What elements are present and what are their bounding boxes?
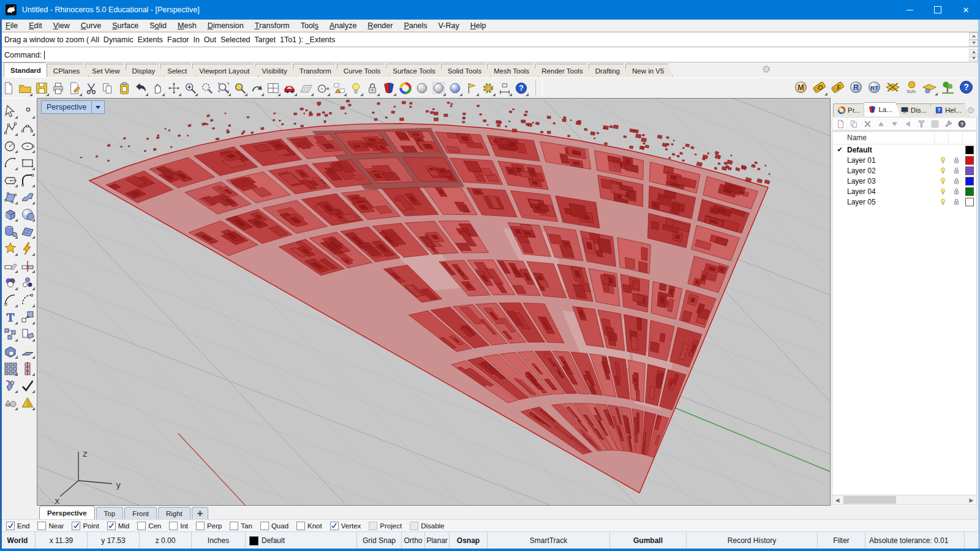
checkbox[interactable] xyxy=(107,522,116,530)
layer-color-swatch[interactable] xyxy=(963,177,976,186)
status-osnap[interactable]: Osnap xyxy=(450,532,488,549)
paste-icon[interactable] xyxy=(116,80,132,97)
status-world[interactable]: World xyxy=(0,532,36,549)
add-viewport-tab-button[interactable]: ✚ xyxy=(192,507,209,519)
menu-transform[interactable]: Transform xyxy=(249,20,295,31)
viewport-title-menu[interactable]: Perspective xyxy=(41,100,105,114)
cplane-icon[interactable] xyxy=(298,80,314,97)
rendered-display-icon[interactable] xyxy=(397,80,413,97)
cut-icon[interactable] xyxy=(83,80,99,97)
layer-lock-icon[interactable] xyxy=(949,198,963,206)
menu-view[interactable]: View xyxy=(48,20,75,31)
osnap-disable[interactable]: Disable xyxy=(410,522,444,530)
osnap-near[interactable]: Near xyxy=(37,522,64,530)
render-icon[interactable] xyxy=(447,80,463,97)
layer-visibility-bulb-icon[interactable] xyxy=(936,177,949,185)
close-button[interactable]: ✕ xyxy=(952,0,980,20)
layer-name[interactable]: Layer 05 xyxy=(847,198,936,206)
toolbar-tab-viewport-layout[interactable]: Viewport Layout xyxy=(192,64,258,77)
layer-visibility-bulb-icon[interactable] xyxy=(936,187,949,195)
vray-vegetation-icon[interactable] xyxy=(938,78,957,96)
status-ortho[interactable]: Ortho xyxy=(402,532,425,549)
toolbar-tab-cplanes[interactable]: CPlanes xyxy=(47,64,89,77)
viewport-tab-perspective[interactable]: Perspective xyxy=(39,506,95,519)
scroll-right-icon[interactable]: ▶ xyxy=(967,495,976,504)
status-planar[interactable]: Planar xyxy=(425,532,450,549)
circle-icon[interactable] xyxy=(2,138,18,154)
vray-object-props-icon[interactable]: O xyxy=(810,78,828,96)
toolbar-tab-set-view[interactable]: Set View xyxy=(85,64,129,77)
layer-row[interactable]: Layer 04 xyxy=(832,186,976,197)
command-input[interactable]: Command: xyxy=(0,48,979,62)
viewport-tab-top[interactable]: Top xyxy=(96,507,124,519)
checkbox[interactable] xyxy=(369,522,377,530)
options-gear-icon[interactable] xyxy=(480,80,496,97)
toolbar-tab-surface-tools[interactable]: Surface Tools xyxy=(386,64,444,77)
layer-row[interactable]: Layer 05 xyxy=(832,197,976,207)
status-smarttrack[interactable]: SmartTrack xyxy=(488,532,610,549)
layer-name[interactable]: Default xyxy=(847,146,936,154)
scroll-left-icon[interactable]: ◀ xyxy=(832,495,842,504)
toolbar-tab-visibility[interactable]: Visibility xyxy=(255,64,296,77)
toolbar-tab-transform[interactable]: Transform xyxy=(293,64,341,77)
zoom-back-icon[interactable] xyxy=(248,80,265,97)
undo-icon[interactable] xyxy=(132,80,149,97)
menu-solid[interactable]: Solid xyxy=(144,20,172,31)
columns-icon[interactable] xyxy=(929,118,940,129)
menu-file[interactable]: File xyxy=(0,20,23,31)
sphere-icon[interactable] xyxy=(20,206,36,222)
help-icon[interactable]: ? xyxy=(513,80,529,97)
continuity-icon[interactable] xyxy=(20,292,36,308)
move-left-icon[interactable] xyxy=(902,118,913,129)
arc-icon[interactable] xyxy=(2,155,18,171)
vray-help-icon[interactable]: ? xyxy=(957,78,975,96)
layer-row[interactable]: Layer 03 xyxy=(832,176,976,186)
fillet-corner-icon[interactable] xyxy=(20,172,36,188)
explode-icon[interactable] xyxy=(2,241,18,257)
status-grid-snap[interactable]: Grid Snap xyxy=(357,532,402,549)
layer-color-swatch[interactable] xyxy=(963,167,976,175)
command-history[interactable]: Drag a window to zoom ( All Dynamic Exte… xyxy=(0,32,979,47)
cylinder-icon[interactable] xyxy=(2,223,18,239)
boolean-union-icon[interactable] xyxy=(2,343,18,359)
flag-icon[interactable] xyxy=(463,80,480,97)
osnap-point[interactable]: Point xyxy=(72,522,99,530)
viewport-layout-icon[interactable] xyxy=(265,80,281,97)
toolbar-tab-curve-tools[interactable]: Curve Tools xyxy=(337,64,390,77)
duplicate-layer-icon[interactable] xyxy=(848,118,859,129)
osnap-tan[interactable]: Tan xyxy=(230,522,252,530)
filter-icon[interactable] xyxy=(916,118,927,129)
open-file-icon[interactable] xyxy=(17,80,33,97)
orient-icon[interactable] xyxy=(20,326,36,342)
menu-surface[interactable]: Surface xyxy=(107,20,144,31)
viewport-tab-right[interactable]: Right xyxy=(158,507,190,519)
zoom-in-icon[interactable] xyxy=(182,80,198,97)
layer-visibility-bulb-icon[interactable] xyxy=(936,167,949,174)
layer-row[interactable]: Layer 01 xyxy=(832,155,976,165)
rotate-view-icon[interactable] xyxy=(165,80,182,97)
panel-help-icon[interactable]: ? xyxy=(956,118,967,129)
pointer-icon[interactable] xyxy=(2,103,18,119)
osnap-int[interactable]: Int xyxy=(169,522,188,530)
scroll-down-icon[interactable] xyxy=(969,40,978,47)
status-absolute-tolerance-0-01[interactable]: Absolute tolerance: 0.01 xyxy=(865,532,965,549)
layer-color-swatch[interactable] xyxy=(963,198,976,206)
scale-icon[interactable] xyxy=(20,309,36,325)
osnap-vertex[interactable]: Vertex xyxy=(330,522,361,530)
osnap-knot[interactable]: Knot xyxy=(296,522,322,530)
viewport-canvas[interactable]: zxy Perspective xyxy=(37,98,831,506)
vray-render-icon[interactable]: R xyxy=(846,78,865,96)
osnap-mid[interactable]: Mid xyxy=(107,522,130,530)
pyramid-icon[interactable] xyxy=(20,395,36,411)
vray-sun-icon[interactable]: SUN xyxy=(902,78,920,96)
osnap-quad[interactable]: Quad xyxy=(260,522,288,530)
status-record-history[interactable]: Record History xyxy=(687,532,818,549)
new-layer-icon[interactable] xyxy=(835,118,846,129)
menu-dimension[interactable]: Dimension xyxy=(202,20,249,31)
layer-name[interactable]: Layer 01 xyxy=(847,156,936,165)
status-x-11-39[interactable]: x 11.39 xyxy=(36,532,88,549)
toolbar-tab-solid-tools[interactable]: Solid Tools xyxy=(441,64,491,77)
command-history-scrollbar[interactable] xyxy=(969,32,978,47)
panel-horizontal-scrollbar[interactable]: ◀ ▶ xyxy=(832,495,977,505)
lock-icon[interactable] xyxy=(364,80,380,97)
